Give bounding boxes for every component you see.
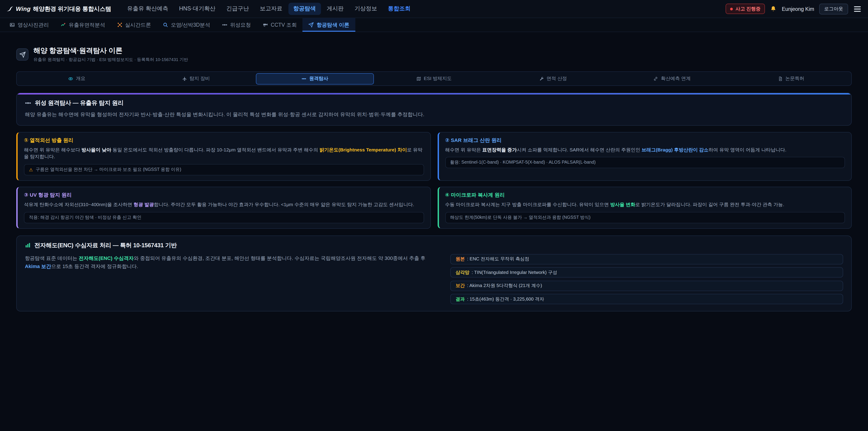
enc-header: 전자해도(ENC) 수심자료 처리 — 특허 10-1567431 기반 xyxy=(25,241,843,249)
top-navbar: Wing 해양환경 위기대응 통합시스템 유출유 확산예측 HNS·대기확산 긴… xyxy=(0,0,868,18)
plane-icon xyxy=(182,76,187,81)
tab-label: 논문특허 xyxy=(785,75,804,82)
bar-chart-icon xyxy=(25,243,31,248)
drone-icon xyxy=(117,22,122,28)
magnifier-icon xyxy=(163,22,168,28)
card-body: 해수면 위 유막은 표면장력을 증가시켜 소파를 억제합니다. SAR에서 해수… xyxy=(445,146,845,153)
principle-cards: ① 열적외선 방출 원리 해수면 위 유막은 해수보다 방사율이 낮아 동일 온… xyxy=(16,132,852,229)
enc-row-desc: : Akima 2차원 5다각형식 (21개 계수) xyxy=(467,283,542,289)
tab-area-calculation[interactable]: 면적 산정 xyxy=(494,73,612,84)
card-thermal-infrared: ① 열적외선 방출 원리 해수면 위 유막은 해수보다 방사율이 낮아 동일 온… xyxy=(16,132,431,181)
logout-button[interactable]: 로그아웃 xyxy=(819,3,848,14)
primary-menu: 유출유 확산예측 HNS·대기확산 긴급구난 보고자료 항공탐색 게시판 기상정… xyxy=(122,3,415,15)
enc-row-label: 원본 xyxy=(456,256,465,263)
subnav-item-cctv[interactable]: CCTV 조회 xyxy=(257,18,303,32)
link-icon xyxy=(653,76,658,81)
satellite-icon xyxy=(25,100,31,106)
hamburger-menu-icon[interactable] xyxy=(853,5,862,12)
subnav-item-photo-management[interactable]: 영상사진관리 xyxy=(4,18,55,32)
card-note-text: 활용: Sentinel-1(C-band) · KOMPSAT-5(X-ban… xyxy=(450,160,596,166)
enc-row-label: 삼각망 xyxy=(456,269,469,276)
app-logo[interactable]: Wing 해양환경 위기대응 통합시스템 xyxy=(6,5,111,13)
card-title: ③ UV 형광 탐지 원리 xyxy=(24,192,424,198)
subnav-label: 실시간드론 xyxy=(125,22,151,28)
user-name: Eunjeong Kim xyxy=(782,6,814,11)
subnav-label: 유출유면적분석 xyxy=(69,22,105,28)
subnav-label: 항공탐색 이론 xyxy=(317,22,349,28)
eye-icon xyxy=(68,76,73,81)
tab-remote-sensing[interactable]: 원격탐사 xyxy=(256,73,374,84)
main-content: 해양 항공탐색·원격탐사 이론 유출유 원격탐지 · 항공감시 기법 · ESI… xyxy=(0,46,868,312)
notification-bell-icon[interactable] xyxy=(770,5,777,12)
enc-process-rows: 원본 : ENC 전자해도 무작위 측심점 삼각망 : TIN(Triangul… xyxy=(450,254,843,304)
wing-logo-icon xyxy=(6,5,13,12)
page-header: 해양 항공탐색·원격탐사 이론 유출유 원격탐지 · 항공감시 기법 · ESI… xyxy=(16,46,852,63)
subnav-item-satellite-request[interactable]: 위성요청 xyxy=(216,18,257,32)
nav-item-board[interactable]: 게시판 xyxy=(322,3,348,15)
enc-text-accent: 전자해도(ENC) 수심격자 xyxy=(79,255,133,261)
paper-plane-icon xyxy=(19,51,26,58)
nav-item-emergency-rescue[interactable]: 긴급구난 xyxy=(221,3,254,15)
brand-title: 해양환경 위기대응 통합시스템 xyxy=(33,5,111,13)
subnav-item-air-search-theory[interactable]: 항공탐색 이론 xyxy=(303,18,355,32)
tab-diffusion-link[interactable]: 확산예측 연계 xyxy=(613,73,731,84)
enc-description: 항공탐색 표준 데이터는 전자해도(ENC) 수심격자와 중첩되어 유출유의 수… xyxy=(25,254,437,271)
card-text: 하여 유막 영역이 어둡게 나타납니다. xyxy=(709,147,786,152)
card-note-text: 해상도 한계(50km)로 단독 사용 불가 → 열적외선과 융합 (NGSST… xyxy=(450,215,590,221)
tab-esi-map[interactable]: ESI 방제지도 xyxy=(375,73,493,84)
theory-tabbar: 개요 탐지 장비 원격탐사 ESI 방제지도 면적 산정 확산예측 연계 xyxy=(16,71,852,86)
subnav-item-live-drone[interactable]: 실시간드론 xyxy=(111,18,157,32)
card-uv-fluorescence: ③ UV 형광 탐지 원리 석유계 탄화수소에 자외선(310~400nm)을 … xyxy=(16,187,431,229)
card-text-accent: 형광 발광 xyxy=(133,202,154,207)
card-text: 수동 마이크로파 복사계는 지구 방출 마이크로파를 수신합니다. 유막이 있으… xyxy=(445,202,610,207)
card-text: 로 밝기온도가 달라집니다. 파장이 길어 구름 완전 투과·야간 관측 가능. xyxy=(635,202,784,207)
card-text-strong: 표면장력을 증가 xyxy=(483,147,517,152)
nav-item-integrated-search[interactable]: 통합조회 xyxy=(383,3,415,15)
card-text: 합니다. 주야간 모두 활용 가능하나 야간 효과가 우수합니다. <1μm 수… xyxy=(154,202,414,207)
map-icon xyxy=(416,76,421,81)
incident-status-badge[interactable]: 사고 진행중 xyxy=(725,4,765,14)
enc-row-label: 결과 xyxy=(456,296,465,302)
nav-item-hns-dispersion[interactable]: HNS·대기확산 xyxy=(174,3,220,15)
enc-text: 으로 15초 등간격 격자에 정규화합니다. xyxy=(51,264,138,269)
tab-label: 개요 xyxy=(76,75,86,82)
subnav-label: 위성요청 xyxy=(230,22,251,28)
satellite-icon xyxy=(222,22,227,28)
incident-dot-icon xyxy=(730,7,733,10)
card-title: ④ 마이크로파 복사계 원리 xyxy=(445,192,845,198)
tab-detection-equipment[interactable]: 탐지 장비 xyxy=(137,73,255,84)
wrench-icon xyxy=(539,76,544,81)
warning-icon: ⚠ xyxy=(29,167,33,172)
paper-plane-icon xyxy=(309,22,314,28)
card-note: 적용: 해경 감시 항공기 야간 탐색 · 비정상 유출 신고 확인 xyxy=(24,212,424,223)
nav-item-air-search[interactable]: 항공탐색 xyxy=(288,3,321,15)
enc-row-desc: : 15초(463m) 등간격 · 3,225,600 격자 xyxy=(467,296,544,302)
card-body: 해수면 위 유막은 해수보다 방사율이 낮아 동일 온도에서도 적외선 방출량이… xyxy=(24,146,424,160)
card-text-accent: 브래그(Bragg) 후방산란이 감소 xyxy=(642,147,708,152)
topnav-right-cluster: 사고 진행중 Eunjeong Kim 로그아웃 xyxy=(725,3,862,14)
brand-mark-text: Wing xyxy=(16,5,31,12)
card-text-accent: 방사율 변화 xyxy=(610,202,635,207)
enc-row-tin: 삼각망 : TIN(Triangulated Irregular Network… xyxy=(450,267,843,278)
tab-label: 탐지 장비 xyxy=(189,75,210,82)
nav-item-weather[interactable]: 기상정보 xyxy=(349,3,382,15)
remote-sensing-title: 위성 원격탐사 — 유출유 탐지 원리 xyxy=(35,99,124,107)
subnav-label: 영상사진관리 xyxy=(18,22,49,28)
nav-item-spill-forecast[interactable]: 유출유 확산예측 xyxy=(122,3,173,15)
tab-overview[interactable]: 개요 xyxy=(18,73,136,84)
document-icon xyxy=(778,76,782,81)
enc-row-source: 원본 : ENC 전자해도 무작위 측심점 xyxy=(450,254,843,265)
page-subtitle: 유출유 원격탐지 · 항공감시 기법 · ESI 방제정보지도 · 등록특허 1… xyxy=(33,57,188,63)
subnav-item-pollution-ship-3d[interactable]: 오염/선박3D분석 xyxy=(157,18,216,32)
tab-papers-patents[interactable]: 논문특허 xyxy=(732,73,850,84)
incident-status-label: 사고 진행중 xyxy=(736,6,761,12)
nav-item-reports[interactable]: 보고자료 xyxy=(255,3,287,15)
enc-text: 항공탐색 표준 데이터는 xyxy=(25,255,79,261)
tab-label: 원격탐사 xyxy=(309,75,328,82)
remote-sensing-panel: 위성 원격탐사 — 유출유 탐지 원리 해양 유출유는 해수면에 유막을 형성하… xyxy=(16,93,852,125)
subnav-item-area-analysis[interactable]: 유출유면적분석 xyxy=(55,18,111,32)
card-note: 활용: Sentinel-1(C-band) · KOMPSAT-5(X-ban… xyxy=(445,157,845,168)
card-body: 수동 마이크로파 복사계는 지구 방출 마이크로파를 수신합니다. 유막이 있으… xyxy=(445,201,845,208)
app-root: Wing 해양환경 위기대응 통합시스템 유출유 확산예측 HNS·대기확산 긴… xyxy=(0,0,868,431)
card-title: ② SAR 브래그 산란 원리 xyxy=(445,137,845,144)
